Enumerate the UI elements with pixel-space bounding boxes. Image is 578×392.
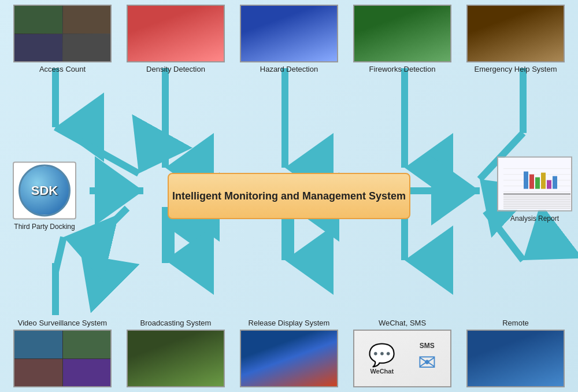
svg-rect-40 xyxy=(503,198,570,198)
svg-rect-32 xyxy=(524,172,528,189)
emergency-help-image xyxy=(466,5,565,62)
center-title: Intelligent Monitoring and Management Sy… xyxy=(172,190,406,202)
sdk-box: SDK Third Party Docking xyxy=(13,162,76,231)
analysis-report-label: Analysis Report xyxy=(510,215,559,223)
svg-line-23 xyxy=(55,237,64,272)
wechat-content: 💬 WeChat SMS ✉ xyxy=(354,331,450,386)
remote-label: Remote xyxy=(502,319,529,327)
svg-line-14 xyxy=(81,208,127,254)
svg-rect-37 xyxy=(553,176,557,189)
svg-rect-44 xyxy=(503,205,570,205)
svg-rect-39 xyxy=(503,196,570,197)
mini-chart xyxy=(498,158,571,210)
fireworks-detection-item: Fireworks Detection xyxy=(350,5,454,73)
svg-rect-34 xyxy=(535,177,540,189)
release-display-label: Release Display System xyxy=(249,319,330,327)
broadcasting-image xyxy=(127,330,225,387)
access-count-item: Access Count xyxy=(10,5,114,73)
density-detection-label: Density Detection xyxy=(146,65,205,73)
wechat-sms-label: WeChat, SMS xyxy=(379,319,426,327)
density-detection-item: Density Detection xyxy=(124,5,228,73)
svg-rect-38 xyxy=(503,194,570,195)
sms-icon: ✉ xyxy=(418,350,436,375)
release-display-image xyxy=(240,330,338,387)
wechat-sms-item: WeChat, SMS 💬 WeChat SMS ✉ xyxy=(350,316,454,387)
access-count-image xyxy=(13,5,112,62)
sms-text: SMS xyxy=(420,342,435,350)
sms-icon-group: SMS ✉ xyxy=(418,342,436,375)
sdk-text: SDK xyxy=(31,183,58,198)
emergency-help-item: Emergency Help System xyxy=(464,5,568,73)
wechat-icon: 💬 xyxy=(368,342,395,368)
video-surveillance-item: Video Surveillance System xyxy=(10,316,114,387)
bottom-row: Video Surveillance System Broadcasting S… xyxy=(6,316,572,387)
main-container: Access Count Density Detection Hazard De… xyxy=(0,0,578,392)
svg-rect-45 xyxy=(503,206,570,207)
density-detection-image xyxy=(127,5,225,62)
third-party-label: Third Party Docking xyxy=(14,223,75,231)
wechat-text: WeChat xyxy=(370,368,394,375)
access-count-label: Access Count xyxy=(39,65,86,73)
fireworks-detection-label: Fireworks Detection xyxy=(369,65,436,73)
release-display-item: Release Display System xyxy=(237,316,341,387)
svg-rect-42 xyxy=(503,201,570,202)
broadcasting-item: Broadcasting System xyxy=(124,316,228,387)
svg-rect-36 xyxy=(547,180,551,189)
sdk-globe: SDK xyxy=(18,165,71,217)
top-row: Access Count Density Detection Hazard De… xyxy=(6,5,572,73)
svg-rect-41 xyxy=(503,199,570,200)
remote-image xyxy=(466,330,565,387)
hazard-detection-item: Hazard Detection xyxy=(237,5,341,73)
svg-rect-35 xyxy=(541,173,546,189)
fireworks-detection-image xyxy=(353,5,451,62)
wechat-sms-image: 💬 WeChat SMS ✉ xyxy=(353,330,451,387)
chart-svg xyxy=(501,160,572,210)
hazard-detection-image xyxy=(240,5,338,62)
analysis-box: Analysis Report xyxy=(497,157,572,223)
analysis-image xyxy=(497,157,572,212)
svg-rect-46 xyxy=(503,208,570,209)
broadcasting-label: Broadcasting System xyxy=(140,319,212,327)
video-surveillance-image xyxy=(13,330,112,387)
svg-rect-43 xyxy=(503,203,570,204)
svg-rect-33 xyxy=(529,175,534,189)
remote-item: Remote xyxy=(464,316,568,387)
wechat-icon-group: 💬 WeChat xyxy=(368,342,395,375)
sdk-image: SDK xyxy=(13,162,76,220)
video-surveillance-label: Video Surveillance System xyxy=(18,319,107,327)
center-box: Intelligent Monitoring and Management Sy… xyxy=(168,173,410,219)
emergency-help-label: Emergency Help System xyxy=(474,65,557,73)
hazard-detection-label: Hazard Detection xyxy=(260,65,318,73)
